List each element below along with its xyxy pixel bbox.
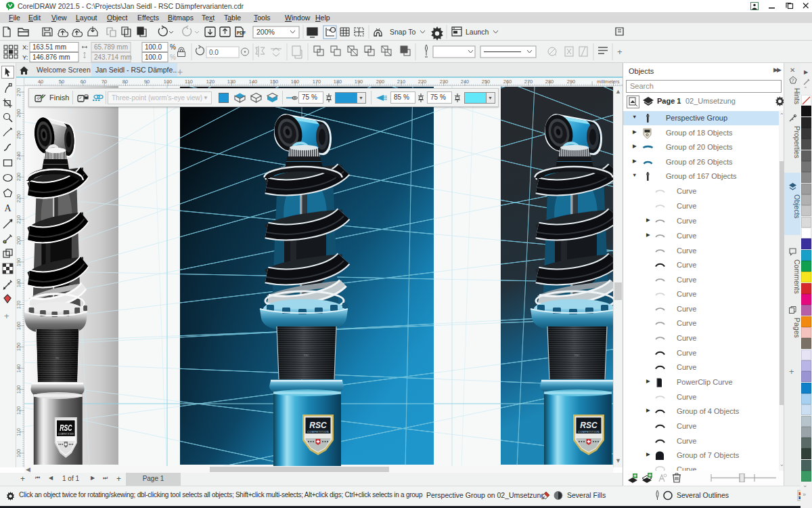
svg-text:70: 70 [102,79,107,85]
svg-text:PDF: PDF [237,30,246,35]
svg-text:Snap To: Snap To [390,28,415,36]
svg-text:110: 110 [185,79,193,85]
svg-text:Y:: Y: [22,54,28,61]
svg-text:180: 180 [16,279,22,288]
svg-text:140: 140 [16,364,22,373]
svg-text:60: 60 [81,79,86,85]
svg-text:100: 100 [164,79,173,85]
svg-text:190: 190 [16,258,22,267]
svg-text:210: 210 [16,215,22,224]
svg-text:250: 250 [482,79,491,85]
svg-text:180: 180 [334,79,342,85]
svg-text:280: 280 [545,79,554,85]
svg-text:millimeters: millimeters [597,79,620,84]
svg-text:230: 230 [440,79,449,85]
svg-text:150: 150 [270,79,279,85]
svg-text:160: 160 [291,79,300,85]
svg-text:260: 260 [16,109,22,118]
svg-text:150: 150 [16,343,22,352]
svg-text:120: 120 [16,406,22,415]
svg-text:100.0: 100.0 [145,43,162,51]
svg-text:200%: 200% [256,28,275,36]
svg-text:220: 220 [418,79,427,85]
svg-text:240: 240 [16,152,22,161]
svg-text:240: 240 [461,79,470,85]
svg-text:250: 250 [16,131,22,140]
svg-text:160: 160 [16,322,22,331]
svg-text:?: ? [791,77,794,83]
svg-text:260: 260 [503,79,512,85]
svg-text:230: 230 [16,173,22,182]
svg-text:A: A [4,203,12,213]
svg-text:200: 200 [16,236,22,245]
svg-text:270: 270 [16,88,22,97]
svg-text:140: 140 [249,79,258,85]
svg-text:X:: X: [22,43,28,51]
svg-text:120: 120 [206,79,215,85]
svg-text:290: 290 [567,79,576,85]
svg-text:220: 220 [16,194,22,203]
svg-text:130: 130 [227,79,236,85]
svg-text:100: 100 [16,449,22,458]
svg-text:210: 210 [397,79,406,85]
svg-text:190: 190 [355,79,363,85]
svg-text:Launch: Launch [466,28,489,36]
svg-text:0.0: 0.0 [209,49,219,56]
svg-text:50: 50 [59,79,64,85]
svg-text:270: 270 [524,79,533,85]
svg-text:80: 80 [122,79,128,85]
svg-text:40: 40 [38,79,43,85]
svg-text:90: 90 [144,79,150,85]
svg-text:200: 200 [376,79,385,85]
svg-text:100.0: 100.0 [145,54,162,61]
svg-text:170: 170 [16,301,22,310]
svg-text:146.876 mm: 146.876 mm [32,54,70,61]
svg-text:%: % [170,43,176,51]
svg-text:163.51 mm: 163.51 mm [32,43,66,51]
svg-text:65.789 mm: 65.789 mm [94,43,128,51]
svg-text:243.714 mm: 243.714 mm [94,54,132,61]
svg-text:110: 110 [16,428,22,436]
svg-text:+: + [617,47,623,57]
svg-text:170: 170 [313,79,321,85]
svg-text:130: 130 [16,385,22,394]
svg-text:%: % [170,54,176,61]
